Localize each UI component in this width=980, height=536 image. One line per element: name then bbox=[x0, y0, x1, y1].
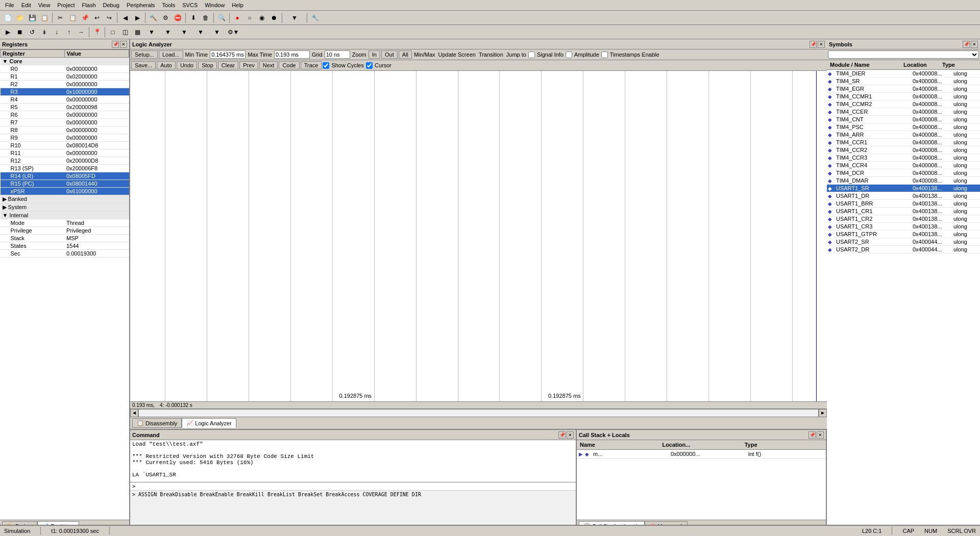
table-row[interactable]: R2 0x00000000 bbox=[1, 81, 129, 88]
list-item[interactable]: ◆ TIM4_SR 0x400008... ulong bbox=[827, 78, 980, 85]
la-stop-btn[interactable]: Stop bbox=[198, 61, 217, 69]
symbols-pin-btn[interactable]: 📌 bbox=[963, 41, 970, 48]
list-item[interactable]: ◆ TIM4_CCER 0x400008... ulong bbox=[827, 108, 980, 116]
menu-project[interactable]: Project bbox=[54, 1, 78, 9]
menu-file[interactable]: File bbox=[2, 1, 17, 9]
tools-btn[interactable]: 🔧 bbox=[309, 12, 321, 23]
table-row[interactable]: R5 0x20000098 bbox=[1, 104, 129, 111]
menu-help[interactable]: Help bbox=[229, 1, 247, 9]
list-item[interactable]: ◆ USART1_DR 0x400138... ulong bbox=[827, 192, 980, 200]
menu-view[interactable]: View bbox=[35, 1, 54, 9]
nav-back-btn[interactable]: ◀ bbox=[119, 12, 131, 23]
list-item[interactable]: ◆ TIM4_PSC 0x400008... ulong bbox=[827, 123, 980, 131]
debug-out-btn[interactable]: ↑ bbox=[63, 27, 75, 38]
stop-build-btn[interactable]: ⛔ bbox=[172, 12, 183, 23]
nav-fwd-btn[interactable]: ▶ bbox=[132, 12, 143, 23]
menu-edit[interactable]: Edit bbox=[18, 1, 34, 9]
view-btn2[interactable]: ◫ bbox=[119, 27, 131, 38]
la-pin-btn[interactable]: 📌 bbox=[810, 41, 817, 48]
list-item[interactable]: ◆ TIM4_CCMR2 0x400008... ulong bbox=[827, 100, 980, 108]
view-btn4[interactable]: ▼ bbox=[144, 27, 159, 38]
list-item[interactable]: ◆ TIM4_ARR 0x400008... ulong bbox=[827, 131, 980, 139]
la-maxtime-input[interactable] bbox=[274, 50, 310, 59]
table-row[interactable]: R1 0x02000000 bbox=[1, 73, 129, 81]
list-item[interactable]: ◆ TIM4_EGR 0x400008... ulong bbox=[827, 85, 980, 93]
table-row[interactable]: R8 0x00000000 bbox=[1, 126, 129, 134]
list-item[interactable]: ◆ USART1_GTPR 0x400138... ulong bbox=[827, 231, 980, 238]
la-scroll-left-btn[interactable]: ◀ bbox=[130, 409, 138, 417]
table-row[interactable]: R14 (LR) 0x08005FD bbox=[1, 172, 129, 180]
command-close-btn[interactable]: ✕ bbox=[567, 431, 574, 439]
red-circle-btn[interactable]: ● bbox=[232, 12, 243, 23]
list-item[interactable]: ▶ ◆ m... 0x000000... int f() bbox=[577, 450, 826, 458]
list-item[interactable]: ◆ TIM4_CCR3 0x400008... ulong bbox=[827, 154, 980, 162]
debug-stop-btn[interactable]: ⏹ bbox=[14, 27, 26, 38]
circle-btn[interactable]: ○ bbox=[244, 12, 255, 23]
internal-expand-icon[interactable]: ▼ bbox=[3, 212, 8, 218]
tab-logic-analyzer[interactable]: 📈 Logic Analyzer bbox=[182, 418, 236, 428]
system-expand-icon[interactable]: ▶ bbox=[3, 204, 7, 210]
cut-btn[interactable]: ✂ bbox=[55, 12, 66, 23]
la-timestamps-cb[interactable] bbox=[601, 52, 608, 58]
list-item[interactable]: ◆ TIM4_DIER 0x400008... ulong bbox=[827, 70, 980, 78]
la-clear-btn[interactable]: Clear bbox=[218, 61, 238, 69]
symbols-close-btn[interactable]: ✕ bbox=[971, 41, 978, 48]
la-close-btn[interactable]: ✕ bbox=[818, 41, 825, 48]
table-row[interactable]: R13 (SP) 0x200006F8 bbox=[1, 165, 129, 172]
tab-disassembly[interactable]: 📋 Disassembly bbox=[132, 418, 182, 428]
table-row[interactable]: R4 0x00000000 bbox=[1, 96, 129, 104]
banked-expand-icon[interactable]: ▶ bbox=[3, 196, 7, 202]
view-btn7[interactable]: ▼ bbox=[193, 27, 208, 38]
settings-btn[interactable]: ▼ bbox=[284, 12, 305, 23]
config-btn[interactable]: ⚙▼ bbox=[226, 27, 241, 38]
menu-window[interactable]: Window bbox=[202, 1, 228, 9]
table-row[interactable]: R11 0x00000000 bbox=[1, 149, 129, 157]
menu-svcs[interactable]: SVCS bbox=[179, 1, 201, 9]
debug-run-btn[interactable]: ▶ bbox=[2, 27, 13, 38]
list-item[interactable]: ◆ USART1_BRR 0x400138... ulong bbox=[827, 200, 980, 208]
download-btn[interactable]: ⬇ bbox=[188, 12, 199, 23]
search-btn[interactable]: 🔍 bbox=[216, 12, 227, 23]
registers-close-btn[interactable]: ✕ bbox=[120, 41, 127, 48]
save-all-btn[interactable]: 📋 bbox=[39, 12, 50, 23]
la-showcycles-cb[interactable] bbox=[323, 62, 329, 69]
la-zoom-in-btn[interactable]: In bbox=[369, 50, 380, 59]
table-row[interactable]: R7 0x00000000 bbox=[1, 119, 129, 126]
command-input[interactable] bbox=[136, 483, 574, 490]
table-row[interactable]: R15 (PC) 0x08001440 bbox=[1, 180, 129, 188]
la-zoom-out-btn[interactable]: Out bbox=[381, 50, 398, 59]
view-btn1[interactable]: □ bbox=[107, 27, 118, 38]
build-btn[interactable]: 🔨 bbox=[148, 12, 159, 23]
table-row[interactable]: R9 0x00000000 bbox=[1, 134, 129, 142]
list-item[interactable]: ◆ USART2_DR 0x400044... ulong bbox=[827, 246, 980, 253]
table-row[interactable]: R3 0x10000000 bbox=[1, 88, 129, 96]
list-item[interactable]: ◆ USART2_SR 0x400044... ulong bbox=[827, 238, 980, 246]
circle2-btn[interactable]: ◉ bbox=[256, 12, 267, 23]
list-item[interactable]: ◆ TIM4_CNT 0x400008... ulong bbox=[827, 116, 980, 123]
menu-flash[interactable]: Flash bbox=[79, 1, 99, 9]
la-setup-btn[interactable]: Setup... bbox=[131, 50, 158, 59]
la-amplitude-cb[interactable] bbox=[566, 52, 572, 58]
la-load-btn[interactable]: Load... bbox=[159, 50, 183, 59]
menu-tools[interactable]: Tools bbox=[159, 1, 179, 9]
la-cursor-cb[interactable] bbox=[366, 62, 373, 69]
list-item[interactable]: ◆ USART1_CR1 0x400138... ulong bbox=[827, 208, 980, 215]
la-prev-btn[interactable]: Prev bbox=[239, 61, 258, 69]
registers-pin-btn[interactable]: 📌 bbox=[112, 41, 119, 48]
table-row[interactable]: R12 0x200000D8 bbox=[1, 157, 129, 165]
view-btn8[interactable]: ▼ bbox=[209, 27, 225, 38]
paste-btn[interactable]: 📌 bbox=[79, 12, 90, 23]
table-row[interactable]: R6 0x00000000 bbox=[1, 111, 129, 119]
list-item[interactable]: ◆ TIM4_DMAR 0x400008... ulong bbox=[827, 177, 980, 185]
undo-btn[interactable]: ↩ bbox=[91, 12, 103, 23]
la-save-btn[interactable]: Save... bbox=[131, 61, 156, 69]
la-signalinfo-cb[interactable] bbox=[528, 52, 535, 58]
menu-debug[interactable]: Debug bbox=[100, 1, 122, 9]
la-auto-btn[interactable]: Auto bbox=[157, 61, 176, 69]
list-item[interactable]: ◆ TIM4_CCMR1 0x400008... ulong bbox=[827, 93, 980, 100]
view-btn5[interactable]: ▼ bbox=[160, 27, 176, 38]
debug-step-btn[interactable]: ↡ bbox=[39, 27, 50, 38]
view-btn3[interactable]: ▦ bbox=[132, 27, 143, 38]
list-item[interactable]: ◆ USART1_CR2 0x400138... ulong bbox=[827, 215, 980, 223]
list-item[interactable]: ◆ USART1_CR3 0x400138... ulong bbox=[827, 223, 980, 231]
